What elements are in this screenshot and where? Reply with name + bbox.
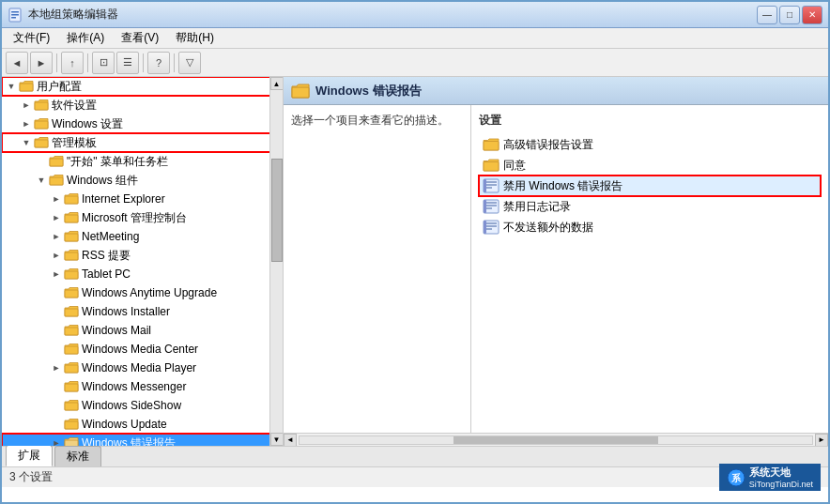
expander-software-settings[interactable]: ►: [19, 98, 34, 113]
svg-rect-21: [65, 403, 78, 410]
folder-icon-windows-components: [49, 174, 64, 187]
toolbar-filter[interactable]: ▽: [178, 52, 201, 74]
toolbar-back[interactable]: ◄: [6, 52, 28, 74]
expander-netmeeting[interactable]: ►: [49, 229, 64, 244]
menu-view[interactable]: 查看(V): [114, 28, 166, 48]
hscroll-left-btn[interactable]: ◄: [284, 434, 297, 447]
svg-rect-25: [292, 87, 309, 98]
label-win-messenger: Windows Messenger: [82, 380, 186, 393]
tree-item-windows-settings[interactable]: ► Windows 设置: [2, 115, 270, 133]
tree-item-win-messenger[interactable]: ► Windows Messenger: [2, 377, 270, 396]
expander-user-config[interactable]: ▼: [4, 79, 19, 94]
label-software-settings: 软件设置: [52, 98, 97, 114]
tree-item-ie[interactable]: ► Internet Explorer: [2, 190, 270, 208]
svg-rect-4: [20, 84, 33, 91]
tree-item-win-mail[interactable]: ► Windows Mail: [2, 321, 270, 340]
label-consent: 同意: [503, 158, 526, 174]
scroll-track: [270, 90, 284, 433]
svg-rect-23: [65, 440, 78, 446]
right-header-title: Windows 错误报告: [315, 83, 422, 99]
tree-item-win-media-player[interactable]: ► Windows Media Player: [2, 359, 270, 377]
folder-icon-start-menu: [49, 155, 64, 168]
menu-file[interactable]: 文件(F): [6, 28, 57, 48]
right-panel-header: Windows 错误报告: [284, 77, 828, 105]
close-button[interactable]: ✕: [802, 6, 822, 24]
svg-rect-1: [11, 11, 19, 13]
expander-ie[interactable]: ►: [49, 191, 64, 206]
tree-item-win-error-report[interactable]: ► Windows 错误报告: [2, 434, 270, 446]
tree-item-mgmt-console[interactable]: ► Microsoft 管理控制台: [2, 208, 270, 227]
right-description: 选择一个项目来查看它的描述。: [284, 105, 471, 433]
folder-icon-win-mail: [64, 324, 79, 337]
title-bar: 本地组策略编辑器 — □ ✕: [2, 2, 828, 28]
label-mgmt: Microsoft 管理控制台: [82, 210, 187, 226]
tab-bar: 扩展 标准: [2, 446, 828, 466]
folder-icon-mgmt: [64, 211, 79, 224]
expander-rss[interactable]: ►: [49, 248, 64, 263]
tab-standard[interactable]: 标准: [54, 446, 101, 466]
settings-item-no-send-extra[interactable]: 不发送额外的数据: [479, 217, 821, 237]
main-area: ▼ 用户配置 ► 软件设置: [2, 77, 828, 446]
svg-rect-26: [484, 142, 499, 151]
label-admin-templates: 管理模板: [52, 135, 97, 151]
toolbar-sep-4: [174, 53, 175, 72]
folder-icon-win-sideshow: [64, 399, 79, 412]
policy-icon-disable-error: [483, 178, 500, 193]
expander-mgmt[interactable]: ►: [49, 210, 64, 225]
tree-item-start-menu[interactable]: ► "开始" 菜单和任务栏: [2, 152, 270, 171]
toolbar-list[interactable]: ☰: [116, 52, 139, 74]
window-title: 本地组策略编辑器: [28, 7, 118, 23]
bottom-scrollbar[interactable]: ◄ ►: [284, 433, 828, 446]
hscroll-thumb[interactable]: [453, 436, 658, 444]
tree-item-netmeeting[interactable]: ► NetMeeting: [2, 227, 270, 246]
expander-windows-settings[interactable]: ►: [19, 116, 34, 131]
logo-url: SiTongTianDi.net: [749, 480, 813, 489]
minimize-button[interactable]: —: [757, 6, 777, 24]
settings-item-consent[interactable]: 同意: [479, 155, 821, 176]
scroll-down-btn[interactable]: ▼: [270, 433, 284, 446]
tree-item-windows-components[interactable]: ▼ Windows 组件: [2, 171, 270, 190]
tree-item-win-installer[interactable]: ► Windows Installer: [2, 302, 270, 321]
tree-item-win-media-center[interactable]: ► Windows Media Center: [2, 340, 270, 359]
toolbar-help[interactable]: ?: [147, 52, 170, 74]
svg-text:系: 系: [731, 473, 742, 483]
maximize-button[interactable]: □: [779, 6, 800, 24]
tree-item-software-settings[interactable]: ► 软件设置: [2, 96, 270, 115]
tree-item-rss[interactable]: ► RSS 提要: [2, 246, 270, 265]
menu-action[interactable]: 操作(A): [59, 28, 112, 48]
expander-admin-templates[interactable]: ▼: [19, 135, 34, 150]
right-content: 选择一个项目来查看它的描述。 设置 高级错误报告设置: [284, 105, 828, 433]
tree-item-user-config[interactable]: ▼ 用户配置: [2, 77, 270, 96]
tree-item-win-sideshow[interactable]: ► Windows SideShow: [2, 396, 270, 415]
svg-rect-6: [35, 121, 48, 129]
tree-scrollbar[interactable]: ▲ ▼: [269, 77, 283, 446]
tree-item-win-update[interactable]: ► Windows Update: [2, 415, 270, 434]
label-no-send-extra: 不发送额外的数据: [503, 220, 593, 236]
svg-rect-17: [65, 328, 78, 335]
svg-rect-9: [50, 177, 63, 185]
folder-icon-win-messenger: [64, 380, 79, 393]
tree-item-admin-templates[interactable]: ▼ 管理模板: [2, 133, 270, 152]
label-rss: RSS 提要: [82, 248, 131, 264]
svg-rect-16: [65, 309, 78, 316]
tab-expand[interactable]: 扩展: [6, 445, 53, 466]
tree-item-tablet[interactable]: ► Tablet PC: [2, 265, 270, 283]
settings-item-disable-error[interactable]: 禁用 Windows 错误报告: [479, 176, 821, 196]
toolbar-up[interactable]: ↑: [61, 52, 84, 74]
tree-item-win-anytime[interactable]: ► Windows Anytime Upgrade: [2, 283, 270, 302]
expander-tablet[interactable]: ►: [49, 267, 64, 282]
hscroll-right-btn[interactable]: ►: [815, 434, 828, 447]
settings-item-advanced[interactable]: 高级错误报告设置: [479, 134, 821, 155]
settings-item-disable-log[interactable]: 禁用日志记录: [479, 196, 821, 217]
folder-icon-netmeeting: [64, 230, 79, 243]
expander-windows-components[interactable]: ▼: [34, 173, 49, 188]
scroll-up-btn[interactable]: ▲: [270, 77, 284, 90]
expander-win-error-report[interactable]: ►: [49, 435, 64, 446]
menu-help[interactable]: 帮助(H): [168, 28, 222, 48]
expander-win-media-player[interactable]: ►: [49, 360, 64, 375]
scroll-thumb[interactable]: [271, 159, 283, 262]
toolbar-forward[interactable]: ►: [30, 52, 53, 74]
svg-rect-8: [50, 159, 63, 166]
folder-icon-win-error-report: [64, 436, 79, 446]
toolbar-show-hide[interactable]: ⊡: [92, 52, 115, 74]
